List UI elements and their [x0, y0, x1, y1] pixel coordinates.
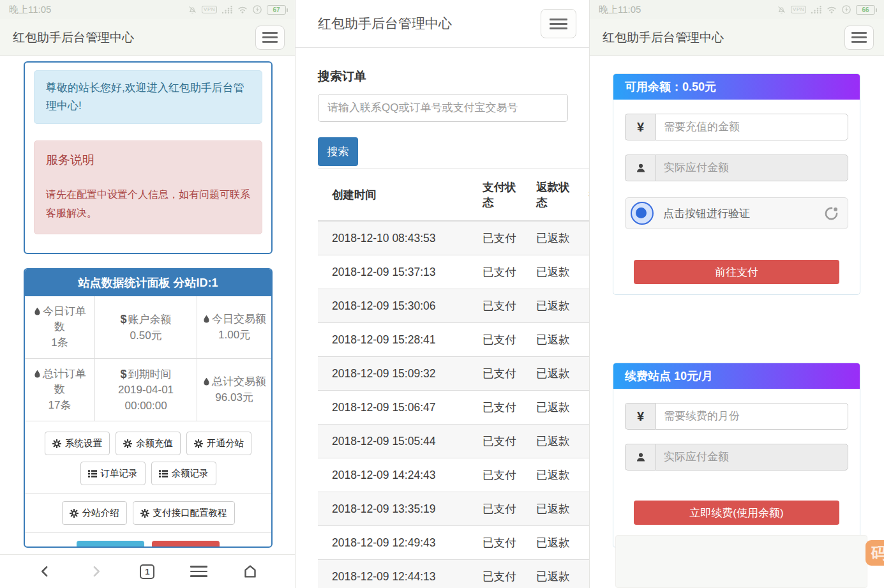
- stats-grid: $今日订单数 1条 $账户余额 0.50元 $今日交易额 1.00元 $总计订单…: [25, 296, 271, 421]
- order-created-time: 2018-12-09 15:05:44: [318, 425, 468, 458]
- wifi-icon: [237, 5, 248, 14]
- search-button[interactable]: 搜索: [318, 137, 358, 166]
- order-created-time: 2018-12-09 12:49:43: [318, 526, 468, 560]
- stat-value: 96.03元: [202, 390, 266, 406]
- action-button-系统设置[interactable]: 系统设置: [45, 432, 110, 455]
- action-button-开通分站[interactable]: 开通分站: [186, 432, 251, 455]
- action-button-订单记录[interactable]: 订单记录: [80, 462, 146, 485]
- renew-now-button[interactable]: 立即续费(使用余额): [634, 501, 839, 525]
- order-pay-status: 已支付: [468, 255, 522, 289]
- stats-card-header: 站点数据统计面板 分站ID:1: [25, 269, 271, 296]
- order-pay-status: 已支付: [468, 357, 522, 391]
- order-actions: [575, 221, 590, 255]
- browser-back-button[interactable]: [32, 559, 57, 584]
- dollar-icon: $: [121, 313, 127, 326]
- dollar-icon: $: [121, 368, 127, 381]
- order-created-time: 2018-12-09 15:28:41: [318, 323, 468, 357]
- order-actions: [575, 323, 590, 357]
- order-row: 2018-12-09 15:09:32 已支付 已返款: [318, 357, 590, 391]
- order-refund-status: 已返款: [522, 323, 575, 357]
- signal-icon: [811, 5, 822, 14]
- gear-icon: [140, 509, 149, 518]
- order-search-input[interactable]: [318, 94, 568, 122]
- drop-icon: [33, 368, 43, 380]
- captcha-button-icon[interactable]: [631, 202, 654, 225]
- watermark-badge: 码: [865, 540, 884, 566]
- order-row: 2018-12-09 15:28:41 已支付 已返款: [318, 323, 590, 357]
- recharge-card: 可用余额：0.50元 ¥ 点击按钮进行验证 前往支付: [613, 73, 860, 295]
- service-notice-body: 请先在配置中设置个人信息，如有问题可联系客服解决。: [46, 186, 250, 223]
- hamburger-menu-button[interactable]: [541, 9, 576, 38]
- captcha-refresh-icon[interactable]: [824, 206, 839, 221]
- drop-icon: [33, 305, 43, 317]
- app-header: 红包助手后台管理中心: [296, 0, 589, 48]
- status-time: 晚上11:05: [599, 4, 641, 16]
- welcome-alert: 尊敬的站长您好,欢迎进入红包助手后台管理中心!: [34, 70, 262, 124]
- order-created-time: 2018-12-09 15:06:47: [318, 391, 468, 425]
- order-refund-status: 已返款: [522, 526, 575, 560]
- stat-cell: $总计交易额 96.03元: [197, 359, 271, 421]
- recharge-amount-input[interactable]: [656, 114, 848, 140]
- logout-button[interactable]: 退出登录: [152, 541, 220, 548]
- site-home-button[interactable]: 网站首页: [77, 541, 144, 548]
- info-buttons-zone: 分站介绍支付接口配置教程: [25, 494, 271, 533]
- stat-label: 今日交易额: [212, 313, 266, 325]
- hamburger-menu-button[interactable]: [844, 26, 874, 50]
- col-created-time: 创建时间: [318, 169, 468, 222]
- drop-icon: [202, 375, 212, 388]
- status-time: 晚上11:05: [9, 4, 51, 16]
- orders-table-wrap: 创建时间 支付状态 返款状态 操作 2018-12-10 08:43:53 已支…: [318, 169, 590, 588]
- renew-card: 续费站点 10元/月 ¥ 立即续费(使用余额): [613, 363, 860, 548]
- battery-icon: 66: [856, 5, 875, 15]
- stat-label: 到期时间: [128, 368, 172, 381]
- order-pay-status: 已支付: [468, 492, 522, 526]
- page-title: 红包助手后台管理中心: [13, 29, 134, 46]
- action-button-余额充值[interactable]: 余额充值: [116, 432, 181, 455]
- stat-cell: $到期时间 2019-04-01 00:00:00: [95, 359, 197, 421]
- go-to-pay-button[interactable]: 前往支付: [634, 260, 839, 284]
- app-header: 红包助手后台管理中心: [590, 19, 884, 56]
- order-row: 2018-12-09 12:49:43 已支付 已返款: [318, 526, 590, 560]
- stat-label: 账户余额: [128, 313, 172, 326]
- welcome-card: 尊敬的站长您好,欢迎进入红包助手后台管理中心! 服务说明 请先在配置中设置个人信…: [24, 61, 273, 254]
- service-notice-title: 服务说明: [46, 152, 250, 169]
- order-actions: [575, 526, 590, 560]
- search-orders-title: 搜索订单: [318, 68, 567, 85]
- stat-cell: $总计订单数 17条: [25, 359, 95, 421]
- order-refund-status: 已返款: [522, 425, 575, 458]
- yen-icon: ¥: [625, 403, 656, 430]
- order-pay-status: 已支付: [468, 391, 522, 425]
- order-refund-status: 已返款: [522, 458, 575, 492]
- stat-value: 1.00元: [202, 328, 266, 343]
- browser-navbar: 1: [0, 554, 295, 588]
- stat-label: 总计订单数: [43, 368, 86, 396]
- captcha-verify-widget[interactable]: 点击按钮进行验证: [625, 197, 848, 229]
- order-row: 2018-12-09 15:06:47 已支付 已返款: [318, 391, 590, 425]
- action-button-支付接口配置教程[interactable]: 支付接口配置教程: [133, 501, 235, 525]
- order-actions: [575, 357, 590, 391]
- browser-forward-button[interactable]: [84, 559, 109, 584]
- browser-home-button[interactable]: [237, 559, 263, 584]
- stat-value: 1条: [29, 335, 91, 351]
- action-button-分站介绍[interactable]: 分站介绍: [62, 501, 127, 525]
- page-title: 红包助手后台管理中心: [603, 29, 724, 46]
- stat-cell: $今日订单数 1条: [25, 296, 95, 359]
- renew-months-input[interactable]: [656, 403, 848, 430]
- action-button-余额记录[interactable]: 余额记录: [151, 462, 216, 485]
- order-pay-status: 已支付: [468, 458, 522, 492]
- recharge-payable-group: [625, 155, 848, 181]
- browser-tabs-button[interactable]: 1: [135, 559, 160, 584]
- col-refund-status: 返款状态: [522, 169, 575, 222]
- stats-card: 站点数据统计面板 分站ID:1 $今日订单数 1条 $账户余额 0.50元 $今…: [24, 268, 273, 548]
- gear-icon: [194, 439, 203, 448]
- order-pay-status: 已支付: [468, 323, 522, 357]
- bottom-overlay-box: [615, 535, 867, 588]
- order-row: 2018-12-09 14:24:43 已支付 已返款: [318, 458, 590, 492]
- list-icon: [88, 469, 97, 478]
- hamburger-menu-button[interactable]: [255, 26, 285, 50]
- recharge-amount-group: ¥: [625, 114, 848, 140]
- browser-menu-button[interactable]: [186, 559, 211, 584]
- order-row: 2018-12-09 15:37:13 已支付 已返款: [318, 255, 590, 289]
- charging-icon: [841, 4, 851, 15]
- screenshot-stage: 晚上11:05 VPN 67 红包助手后台管理中心 尊敬的站长您好,欢迎进入红包…: [0, 0, 884, 588]
